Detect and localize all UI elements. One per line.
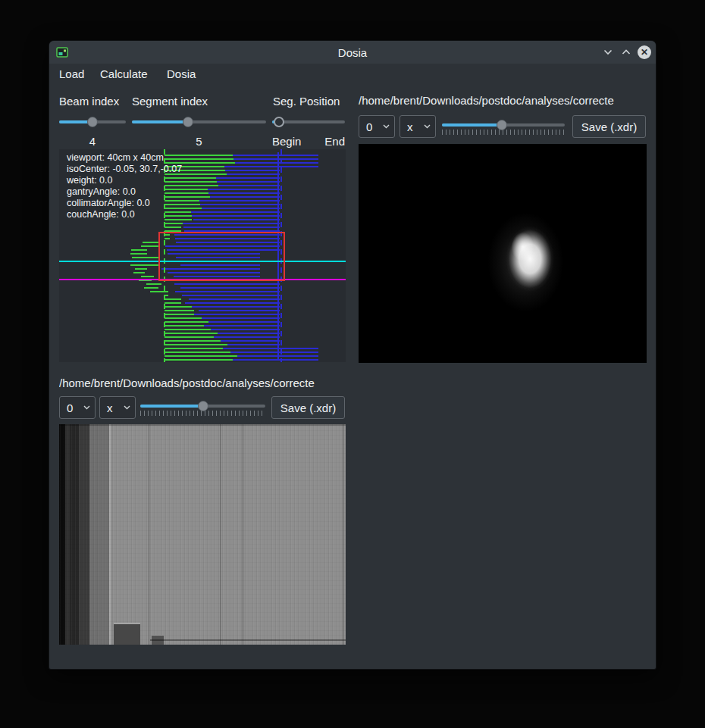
epid-image-viewport[interactable] [59,424,346,645]
segment-index-slider[interactable] [132,117,266,127]
seg-position-label: Seg. Position [273,95,340,108]
epid-slider-ticks [140,411,265,416]
window-shade-up-button[interactable] [619,45,633,59]
epid-slice-value: 0 [67,401,73,414]
dose-slider-ticks [442,130,565,135]
epid-file-path: /home/brent/Downloads/postdoc/analyses/c… [59,376,346,389]
window-title: Dosia [49,41,656,64]
beam-index-slider[interactable] [59,117,126,127]
bev-overlay-line: viewport: 40cm x 40cm [67,152,182,164]
dose-slice-slider-handle[interactable] [497,120,507,130]
titlebar[interactable]: Dosia ✕ [49,41,656,64]
epid-artifact-vline [343,424,343,645]
dose-save-button[interactable]: Save (.xdr) [572,115,646,138]
seg-position-end-label: End [324,135,345,148]
epid-artifact-topline [59,424,346,426]
slider-fill [442,123,502,127]
dosia-window: Dosia ✕ Load Calculate Dosia Beam index … [49,41,656,669]
bev-overlay-line: gantryAngle: 0.0 [67,186,182,198]
chevron-down-icon [603,49,613,55]
dose-axis-select[interactable]: x [400,115,436,138]
bev-viewport[interactable]: viewport: 40cm x 40cmisoCenter: -0.05, 3… [59,149,346,362]
beam-index-label: Beam index [59,95,119,108]
dose-axis-value: x [407,120,413,133]
segment-index-label: Segment index [132,95,208,108]
slider-groove [132,120,266,123]
epid-axis-select[interactable]: x [99,396,136,419]
chevron-down-icon [383,124,390,129]
epid-artifact-vline [220,424,221,645]
seg-position-slider-handle[interactable] [274,117,284,127]
chevron-down-icon [124,405,130,410]
epid-slice-slider-handle[interactable] [198,401,208,411]
menubar: Load Calculate Dosia [49,64,656,85]
menu-item-dosia[interactable]: Dosia [167,67,196,80]
bev-overlay-line: collimatorAngle: 0.0 [67,198,182,209]
slider-fill [132,120,188,123]
epid-artifact-vline [243,424,243,645]
epid-save-button[interactable]: Save (.xdr) [271,396,345,419]
menu-item-load[interactable]: Load [59,67,84,80]
epid-slice-select[interactable]: 0 [59,396,96,419]
epid-axis-value: x [107,401,113,414]
epid-artifact-vline [149,424,149,645]
segment-index-slider-handle[interactable] [183,117,193,127]
beam-index-slider-handle[interactable] [87,117,98,127]
dose-slice-value: 0 [366,120,372,133]
slider-fill [140,405,203,408]
dose-slice-slider[interactable] [442,120,565,130]
dose-slice-select[interactable]: 0 [359,115,395,138]
chevron-down-icon [424,124,431,129]
menu-item-calculate[interactable]: Calculate [100,67,148,80]
bev-overlay-text: viewport: 40cm x 40cmisoCenter: -0.05, 3… [67,152,182,220]
close-icon: ✕ [641,48,648,57]
segment-index-value: 5 [132,135,266,148]
seg-position-begin-label: Begin [272,135,301,148]
epid-artifact-step [114,623,140,645]
chevron-down-icon [83,405,90,410]
dose-file-path: /home/brent/Downloads/postdoc/analyses/c… [359,94,647,107]
dose-image-viewport[interactable] [359,144,647,363]
seg-position-range-labels: Begin End [272,135,345,148]
window-close-button[interactable]: ✕ [638,45,651,59]
bev-overlay-line: weight: 0.0 [67,175,182,186]
chevron-up-icon [622,49,631,55]
seg-position-slider[interactable] [272,117,345,127]
bev-overlay-line: isoCenter: -0.05, 30.7,-0.07 [67,164,182,175]
window-shade-down-button[interactable] [601,45,615,59]
bev-overlay-line: couchAngle: 0.0 [67,209,182,220]
epid-slice-slider[interactable] [140,401,265,411]
epid-artifact-hline [150,639,346,641]
beam-index-value: 4 [59,135,126,148]
